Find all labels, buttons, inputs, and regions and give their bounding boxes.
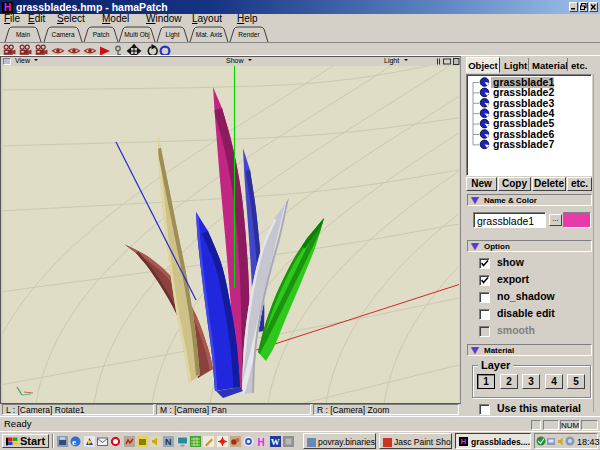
svg-text:N: N <box>165 437 172 447</box>
svg-text:H: H <box>258 437 265 448</box>
svg-text:e: e <box>72 437 76 447</box>
svg-text:W: W <box>271 437 280 447</box>
